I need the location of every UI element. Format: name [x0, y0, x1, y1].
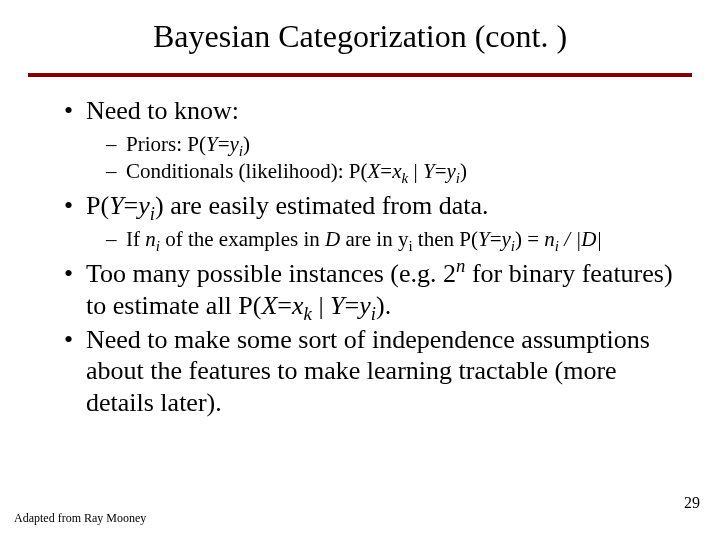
var-n: n [544, 227, 555, 251]
slide-number: 29 [684, 494, 700, 512]
t: = [490, 227, 502, 251]
t: Priors: P( [126, 132, 206, 156]
t: = [218, 132, 230, 156]
bullet-independence: Need to make some sort of independence a… [60, 324, 680, 419]
t: of the examples in [160, 227, 325, 251]
t: = [277, 291, 292, 320]
slide-content: Need to know: Priors: P(Y=yi) Conditiona… [0, 95, 720, 419]
sub-list: If ni of the examples in D are in yi the… [86, 226, 680, 252]
var-Y: Y [206, 132, 218, 156]
var-y: y [229, 132, 238, 156]
var-Y: Y [109, 191, 123, 220]
var-x: x [392, 159, 401, 183]
t: P( [86, 191, 109, 220]
t: Need to make some sort of independence a… [86, 325, 650, 417]
t: = [124, 191, 139, 220]
t: = [380, 159, 392, 183]
var-Y: Y [330, 291, 344, 320]
t: ). [376, 291, 391, 320]
t: Too many possible instances (e.g. 2 [86, 259, 456, 288]
t: / | [559, 227, 581, 251]
bullet-too-many: Too many possible instances (e.g. 2n for… [60, 258, 680, 321]
var-y: y [138, 191, 150, 220]
bullet-need-to-know: Need to know: Priors: P(Y=yi) Conditiona… [60, 95, 680, 184]
var-Y: Y [423, 159, 435, 183]
bullet-list: Need to know: Priors: P(Y=yi) Conditiona… [60, 95, 680, 419]
slide: Bayesian Categorization (cont. ) Need to… [0, 0, 720, 540]
var-X: X [368, 159, 381, 183]
var-y: y [446, 159, 455, 183]
sub-conditionals: Conditionals (likelihood): P(X=xk | Y=yi… [106, 158, 680, 184]
sub-if-ni: If ni of the examples in D are in yi the… [106, 226, 680, 252]
t: ) [460, 159, 467, 183]
sub-priors: Priors: P(Y=yi) [106, 131, 680, 157]
t: are in y [340, 227, 408, 251]
var-y: y [501, 227, 510, 251]
text: Need to know: [86, 96, 239, 125]
var-n: n [145, 227, 156, 251]
sub-list: Priors: P(Y=yi) Conditionals (likelihood… [86, 131, 680, 185]
var-X: X [261, 291, 277, 320]
slide-title: Bayesian Categorization (cont. ) [0, 0, 720, 67]
t: ) are easily estimated from data. [155, 191, 489, 220]
t: ) [243, 132, 250, 156]
title-divider [28, 73, 692, 77]
var-Y: Y [478, 227, 490, 251]
t: Conditionals (likelihood): P( [126, 159, 368, 183]
t: = [435, 159, 447, 183]
var-D: D [581, 227, 596, 251]
t: = [345, 291, 360, 320]
var-D: D [325, 227, 340, 251]
t: | [408, 159, 423, 183]
var-x: x [292, 291, 304, 320]
t: | [596, 227, 602, 251]
t: ) = [515, 227, 544, 251]
sub-k: k [304, 303, 312, 324]
bullet-easily-estimated: P(Y=yi) are easily estimated from data. … [60, 190, 680, 252]
var-y: y [359, 291, 371, 320]
t: | [312, 291, 330, 320]
t: If [126, 227, 145, 251]
footer-attribution: Adapted from Ray Mooney [14, 511, 146, 526]
t: then P( [413, 227, 478, 251]
